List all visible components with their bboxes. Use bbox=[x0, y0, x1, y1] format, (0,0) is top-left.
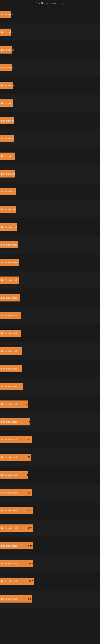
bar-row: 53%Bottleneck result bbox=[0, 519, 100, 537]
bar-row: Bottleneck result bbox=[0, 378, 100, 395]
bar-label: Bottleneck re bbox=[0, 48, 15, 52]
bar-label: Bottleneck res bbox=[0, 102, 16, 105]
bar-row: 49Bottleneck result bbox=[0, 413, 100, 431]
bar-value: 54.3 bbox=[29, 562, 33, 565]
bar-row: Bottleneck result bbox=[0, 307, 100, 324]
bar-label: Bottleneck re bbox=[0, 119, 15, 122]
bar-label: Bottleneck re bbox=[0, 84, 15, 87]
bar-label: Bottleneck result bbox=[0, 349, 18, 352]
bar-label: Bottleneck resu bbox=[0, 208, 17, 211]
bar-label: Bottleneck result bbox=[0, 438, 18, 441]
bar-row: Bottleneck res bbox=[0, 147, 100, 165]
bar-row: Bottleneck res bbox=[0, 94, 100, 112]
bar-row: 50Bottleneck result bbox=[0, 448, 100, 466]
chart-container: Bottleneck rBottleneck rBottleneck reBot… bbox=[0, 6, 100, 608]
bar-row: 51.Bottleneck result bbox=[0, 484, 100, 502]
bar-row: Bottleneck re bbox=[0, 130, 100, 147]
bar-row: 54.8Bottleneck result bbox=[0, 572, 100, 590]
bar-value: 4 bbox=[26, 403, 28, 405]
bar-label: Bottleneck re bbox=[0, 137, 15, 140]
bar-label: Bottleneck result bbox=[0, 562, 18, 565]
bar-label: Bottleneck result bbox=[0, 509, 18, 512]
bar-row: Bottleneck r bbox=[0, 6, 100, 23]
bar-value: 52. bbox=[28, 598, 32, 600]
bar-row: Bottleneck res bbox=[0, 165, 100, 183]
bar-row: Bottleneck result bbox=[0, 360, 100, 378]
bar-value: 49 bbox=[27, 420, 30, 423]
bar-row: Bottleneck result bbox=[0, 236, 100, 254]
bar-label: Bottleneck resu bbox=[0, 190, 17, 193]
bar-row: 4Bottleneck result bbox=[0, 395, 100, 413]
bar-row: Bottleneck resu bbox=[0, 183, 100, 200]
bar-label: Bottleneck result bbox=[0, 544, 18, 548]
bar-label: Bottleneck result bbox=[0, 491, 18, 494]
bar-label: Bottleneck result bbox=[0, 597, 18, 600]
bar-row: 4Bottleneck result bbox=[0, 466, 100, 484]
bar-row: 51.Bottleneck result bbox=[0, 431, 100, 448]
bar-value: 50 bbox=[28, 456, 31, 458]
bar-label: Bottleneck res bbox=[0, 154, 16, 158]
bar-row: Bottleneck result bbox=[0, 254, 100, 271]
bar-label: Bottleneck result bbox=[0, 420, 18, 424]
bar-label: Bottleneck result bbox=[0, 314, 18, 317]
site-title: TheBottlenecker.com bbox=[0, 0, 100, 6]
bar-label: Bottleneck result bbox=[0, 402, 18, 406]
bar-value: 53.9 bbox=[28, 544, 33, 547]
bar-value: 54.8 bbox=[29, 580, 34, 582]
bar-row: Bottleneck re bbox=[0, 59, 100, 76]
bar-value: 53.7 bbox=[28, 509, 33, 512]
bar-row: Bottleneck result bbox=[0, 289, 100, 307]
bar-label: Bottleneck re bbox=[0, 66, 15, 69]
bar-row: 52.Bottleneck result bbox=[0, 590, 100, 608]
bar-row: Bottleneck result bbox=[0, 324, 100, 342]
bar-label: Bottleneck result bbox=[0, 278, 18, 282]
bar-row: Bottleneck resu bbox=[0, 200, 100, 218]
bar-value: 53% bbox=[28, 527, 33, 529]
bar-label: Bottleneck result bbox=[0, 243, 18, 246]
bar-label: Bottleneck result bbox=[0, 261, 18, 264]
bar-label: Bottleneck result bbox=[0, 526, 18, 530]
bar-row: Bottleneck result bbox=[0, 271, 100, 289]
bar-label: Bottleneck result bbox=[0, 385, 18, 388]
bar-label: Bottleneck result bbox=[0, 332, 18, 335]
bar-row: Bottleneck re bbox=[0, 112, 100, 130]
bar-row: Bottleneck re bbox=[0, 76, 100, 94]
bar-label: Bottleneck resul bbox=[0, 226, 18, 228]
bar-label: Bottleneck r bbox=[0, 30, 14, 34]
bar-label: Bottleneck r bbox=[0, 13, 14, 16]
bar-value: 51. bbox=[28, 438, 32, 441]
bar-row: 53.9Bottleneck result bbox=[0, 537, 100, 555]
bar-row: 53.7Bottleneck result bbox=[0, 502, 100, 519]
bar-label: Bottleneck result bbox=[0, 473, 18, 476]
bar-row: Bottleneck result bbox=[0, 342, 100, 360]
bar-row: Bottleneck re bbox=[0, 41, 100, 59]
bar-value: 51. bbox=[28, 492, 32, 494]
bar-label: Bottleneck result bbox=[0, 367, 18, 370]
bar-row: Bottleneck r bbox=[0, 23, 100, 41]
bar-label: Bottleneck res bbox=[0, 172, 16, 176]
bar-label: Bottleneck result bbox=[0, 456, 18, 459]
bar-label: Bottleneck result bbox=[0, 580, 18, 583]
bar-label: Bottleneck result bbox=[0, 296, 18, 300]
bar-value: 4 bbox=[27, 474, 28, 476]
bar-row: Bottleneck resul bbox=[0, 218, 100, 236]
bar-row: 54.3Bottleneck result bbox=[0, 555, 100, 572]
